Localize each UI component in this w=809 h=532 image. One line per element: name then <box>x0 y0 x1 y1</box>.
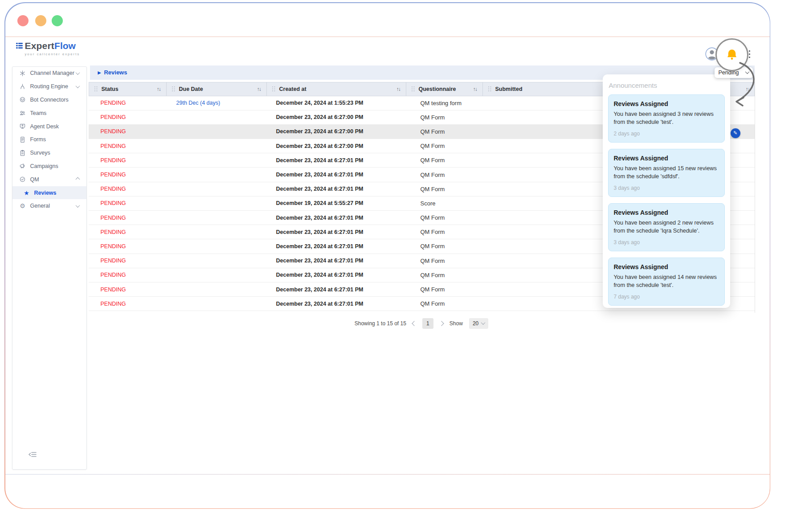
due-date-cell[interactable] <box>166 125 266 139</box>
channel-manager-icon <box>19 70 26 77</box>
sidebar-item-general[interactable]: ⚙ General <box>12 199 86 213</box>
announcements-title: Announcements <box>609 82 724 89</box>
brand-name-secondary: Flow <box>54 41 76 51</box>
due-date-cell[interactable] <box>166 168 266 181</box>
column-label: Due Date <box>179 86 203 92</box>
questionnaire-cell: QM Form <box>406 239 482 253</box>
breadcrumb[interactable]: ▶ Reviews <box>98 69 127 76</box>
routing-engine-icon <box>19 83 26 90</box>
created-at-cell: December 23, 2024 at 6:27:01 PM <box>266 282 406 296</box>
announcement-body: You have been assigned 14 new reviews fr… <box>614 273 719 290</box>
due-date-cell[interactable] <box>166 254 266 268</box>
gear-icon: ⚙ <box>19 202 26 209</box>
sidebar-item-label: Routing Engine <box>30 83 68 90</box>
sort-icon[interactable]: ↑↓ <box>257 86 261 92</box>
due-date-cell[interactable] <box>166 139 266 153</box>
status-cell: PENDING <box>89 211 166 225</box>
due-date-cell[interactable] <box>166 110 266 124</box>
sidebar-item-agent-desk[interactable]: Agent Desk <box>12 120 86 133</box>
created-at-cell: December 23, 2024 at 6:27:01 PM <box>266 239 406 253</box>
status-cell: PENDING <box>89 125 166 139</box>
status-cell: PENDING <box>89 268 166 282</box>
sidebar-item-campaigns[interactable]: Campaigns <box>12 160 86 173</box>
chevron-down-icon <box>745 70 749 74</box>
sidebar-item-reviews[interactable]: ★ Reviews <box>12 186 86 200</box>
due-date-cell[interactable] <box>166 153 266 167</box>
announcement-title: Reviews Assigned <box>614 209 719 216</box>
questionnaire-cell: QM Form <box>406 297 482 311</box>
announcement-body: You have been assigned 15 new reviews fr… <box>614 164 719 181</box>
sort-icon[interactable]: ↑↓ <box>746 86 750 92</box>
traffic-light-close[interactable] <box>17 15 29 26</box>
questionnaire-cell: QM Form <box>406 225 482 239</box>
chevron-down-icon <box>75 84 80 88</box>
announcements-panel: Announcements Reviews Assigned You have … <box>603 74 730 308</box>
notification-bell-icon[interactable] <box>725 48 739 61</box>
drag-handle-icon[interactable] <box>488 86 491 91</box>
questionnaire-cell: QM Form <box>406 268 482 282</box>
sort-icon[interactable]: ↑↓ <box>473 86 477 92</box>
due-date-cell[interactable] <box>166 239 266 253</box>
table-right-border <box>755 82 755 313</box>
breadcrumb-label: Reviews <box>104 69 127 76</box>
sidebar-item-label: Campaigns <box>30 163 58 169</box>
sidebar-item-routing-engine[interactable]: Routing Engine <box>12 80 86 93</box>
drag-handle-icon[interactable] <box>272 86 275 91</box>
column-header-status[interactable]: Status ↑↓ <box>89 82 167 96</box>
announcement-card[interactable]: Reviews Assigned You have been assigned … <box>608 94 725 143</box>
questionnaire-cell: QM Form <box>406 125 482 139</box>
previous-page-icon[interactable] <box>412 321 417 326</box>
edit-review-button[interactable]: ✎ <box>731 128 740 138</box>
announcement-title: Reviews Assigned <box>614 263 719 270</box>
show-label: Show <box>449 320 463 327</box>
collapse-sidebar-icon[interactable] <box>28 451 37 460</box>
sidebar-item-surveys[interactable]: Surveys <box>12 146 86 160</box>
due-date-cell[interactable] <box>166 297 266 311</box>
due-date-cell[interactable] <box>166 182 266 196</box>
sidebar-item-channel-manager[interactable]: Channel Manager <box>12 67 86 80</box>
announcement-card[interactable]: Reviews Assigned You have been assigned … <box>608 149 725 197</box>
column-label: Created at <box>279 86 306 92</box>
traffic-light-minimize[interactable] <box>35 15 46 26</box>
sidebar-item-bot-connectors[interactable]: Bot Connectors <box>12 93 86 106</box>
column-header-created-at[interactable]: Created at ↑↓ <box>267 82 406 96</box>
column-header-questionnaire[interactable]: Questionnaire ↑↓ <box>406 82 483 96</box>
drag-handle-icon[interactable] <box>412 86 415 91</box>
sidebar-item-qm[interactable]: QM <box>12 173 86 186</box>
page-number-button[interactable]: 1 <box>422 318 433 329</box>
sort-icon[interactable]: ↑↓ <box>396 86 400 92</box>
column-label: Submitted <box>495 86 523 92</box>
due-date-cell[interactable]: 29th Dec (4 days) <box>166 96 266 110</box>
announcement-card[interactable]: Reviews Assigned You have been assigned … <box>608 258 725 306</box>
pencil-icon: ✎ <box>733 130 737 136</box>
page-size-select[interactable]: 20 <box>469 318 488 329</box>
traffic-light-zoom[interactable] <box>52 15 63 26</box>
column-header-due-date[interactable]: Due Date ↑↓ <box>167 82 267 96</box>
announcement-time: 3 days ago <box>614 185 719 191</box>
sort-icon[interactable]: ↑↓ <box>157 86 161 92</box>
due-date-cell[interactable] <box>166 268 266 282</box>
created-at-cell: December 23, 2024 at 6:27:01 PM <box>266 254 406 268</box>
due-date-cell[interactable] <box>166 211 266 225</box>
sidebar-item-teams[interactable]: Teams <box>12 106 86 120</box>
column-label: Questionnaire <box>419 86 456 92</box>
created-at-cell: December 23, 2024 at 6:27:01 PM <box>266 268 406 282</box>
teams-icon <box>19 110 26 117</box>
sidebar-item-forms[interactable]: Forms <box>12 133 86 146</box>
campaigns-icon <box>19 163 26 170</box>
sidebar-item-label: Forms <box>30 136 46 143</box>
column-label: Status <box>102 86 118 92</box>
drag-handle-icon[interactable] <box>172 86 175 91</box>
questionnaire-cell: Score <box>406 196 482 210</box>
next-page-icon[interactable] <box>439 321 444 326</box>
announcement-card[interactable]: Reviews Assigned You have been assigned … <box>608 203 725 251</box>
kebab-menu-icon[interactable] <box>749 50 751 59</box>
questionnaire-cell: QM Form <box>406 168 482 181</box>
due-date-cell[interactable] <box>166 225 266 239</box>
status-cell: PENDING <box>89 282 166 296</box>
due-date-cell[interactable] <box>166 196 266 210</box>
drag-handle-icon[interactable] <box>94 86 98 91</box>
due-date-cell[interactable] <box>166 282 266 296</box>
sidebar-item-label: General <box>30 203 50 209</box>
announcement-time: 2 days ago <box>614 131 719 137</box>
